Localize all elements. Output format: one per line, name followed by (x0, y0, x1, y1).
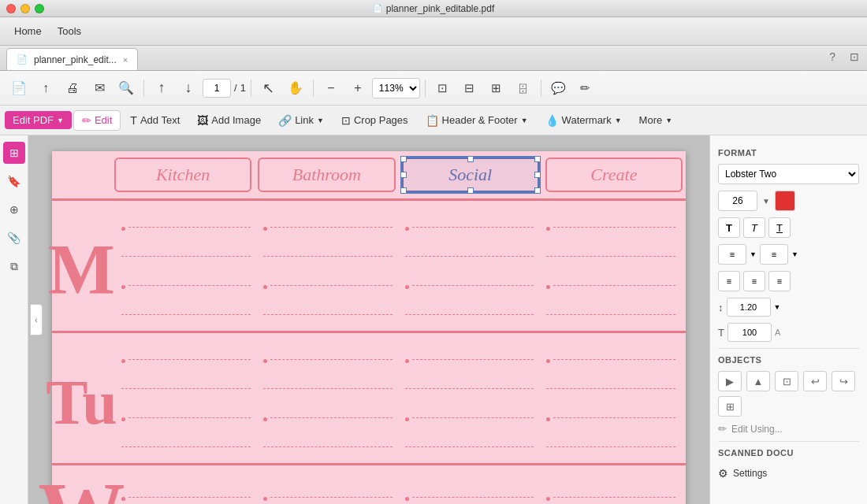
sidebar-icon-bookmarks[interactable]: 🔖 (3, 170, 25, 192)
category-create[interactable]: Create (545, 158, 683, 192)
active-tab[interactable]: 📄 planner_pink_edit... × (6, 48, 138, 70)
link-button[interactable]: 🔗 Link ▼ (270, 111, 332, 130)
handle-tl (400, 156, 407, 162)
align-left-button[interactable]: ≡ (718, 271, 740, 291)
undo-obj-button[interactable]: ↩ (803, 371, 827, 391)
dot (263, 497, 267, 501)
font-size-arrow-down[interactable]: ▼ (762, 197, 770, 206)
list-dropdown-icon[interactable]: ▼ (750, 250, 757, 265)
page-number-input[interactable] (203, 79, 231, 98)
num-list-dropdown-icon[interactable]: ▼ (791, 250, 798, 265)
crop-pages-button[interactable]: ⊡ Crop Pages (333, 111, 416, 130)
line-content (546, 447, 675, 447)
line-cell (115, 484, 257, 501)
line-spacing-input[interactable] (727, 298, 771, 317)
day-letter-w: W (52, 465, 111, 504)
settings-row[interactable]: ⚙ Settings (718, 464, 859, 483)
sidebar-toggle-button[interactable]: ⊡ (850, 50, 859, 63)
day-letter-tu: Tu (52, 333, 111, 463)
number-list-button[interactable]: ≡ (760, 244, 788, 265)
edit-button[interactable]: ✏ Edit (73, 110, 121, 131)
comment-button[interactable]: 💬 (546, 76, 571, 101)
line-cell (540, 213, 682, 231)
line-cell (115, 272, 257, 289)
handle-mr (534, 172, 541, 178)
category-bathroom[interactable]: Bathroom (258, 158, 395, 192)
prev-page-button[interactable]: ↑ (149, 76, 174, 101)
tools-tab[interactable]: Tools (50, 22, 89, 40)
right-panel: FORMAT Lobster Two ▼ T T T ≡ ▼ ≡ ▼ ≡ ≡ ≡… (709, 135, 867, 504)
fit-page-button[interactable]: ⊡ (430, 76, 456, 101)
header-icon: 📋 (426, 114, 439, 127)
line-cell (115, 346, 257, 363)
sidebar-icon-search[interactable]: ⊕ (3, 198, 25, 220)
scroll-left-arrow[interactable]: ‹ (30, 304, 43, 335)
home-tab[interactable]: Home (6, 22, 50, 40)
line-cell (257, 484, 399, 501)
email-button[interactable]: ✉ (87, 76, 112, 101)
sidebar-icon-layers[interactable]: ⧉ (3, 255, 25, 277)
watermark-button[interactable]: 💧 Watermark ▼ (538, 111, 630, 130)
underline-button[interactable]: T (768, 217, 791, 238)
dot (263, 285, 267, 289)
bold-button[interactable]: T (718, 217, 740, 238)
bullet-list-button[interactable]: ≡ (718, 244, 746, 265)
new-doc-button[interactable]: 📄 (6, 76, 32, 101)
dot (546, 497, 550, 501)
zoom-out-button[interactable]: − (318, 76, 344, 101)
char-spacing-input[interactable] (727, 323, 772, 342)
category-social[interactable]: Social (402, 158, 539, 192)
align-center-button[interactable]: ≡ (743, 271, 765, 291)
add-text-button[interactable]: T Add Text (122, 111, 188, 130)
edit-using-row[interactable]: ✏ Edit Using... (718, 423, 859, 435)
tab-close-button[interactable]: × (123, 55, 128, 65)
fit-width-button[interactable]: ⊟ (457, 76, 482, 101)
print-button[interactable]: 🖨 (60, 76, 85, 101)
add-image-button[interactable]: 🖼 Add Image (189, 111, 269, 130)
minimize-button[interactable] (20, 4, 30, 13)
line-content (270, 497, 393, 498)
redo-obj-button[interactable]: ↪ (832, 371, 855, 391)
line-row (111, 270, 686, 291)
help-button[interactable]: ? (829, 50, 835, 63)
sidebar-icon-pages[interactable]: ⊞ (3, 142, 25, 164)
zoom-select[interactable]: 113% (372, 78, 420, 98)
line-row (111, 402, 686, 423)
close-button[interactable] (6, 4, 16, 13)
sidebar-icon-attachments[interactable]: 📎 (3, 227, 25, 249)
tab-bar: 📄 planner_pink_edit... × ? ⊡ (0, 46, 867, 71)
line-content (270, 285, 393, 286)
edit-pdf-dropdown[interactable]: Edit PDF ▼ (5, 111, 72, 129)
objects-row: ▶ ▲ ⊡ ↩ ↪ ⊞ (718, 371, 859, 417)
line-cell (257, 243, 399, 260)
crop-obj-button[interactable]: ⊡ (775, 371, 798, 391)
align-right-button[interactable]: ≡ (768, 271, 791, 291)
line-content (121, 447, 251, 447)
fit-height-button[interactable]: ⊞ (484, 76, 509, 101)
day-letter-m: M (52, 201, 111, 331)
more-button[interactable]: More ▼ (631, 111, 681, 129)
italic-button[interactable]: T (743, 217, 765, 238)
pen-button[interactable]: ✏ (573, 76, 598, 101)
color-picker[interactable] (775, 191, 795, 211)
rotate-right-button[interactable]: ▶ (718, 371, 742, 391)
header-footer-button[interactable]: 📋 Header & Footer ▼ (418, 111, 536, 130)
dot (263, 227, 267, 231)
find-button[interactable]: 🔍 (113, 76, 139, 101)
hand-tool-button[interactable]: ✋ (283, 76, 308, 101)
arrange-button[interactable]: ⊞ (718, 396, 742, 417)
extract-button[interactable]: ⌹ (511, 76, 536, 101)
maximize-button[interactable] (35, 4, 44, 13)
font-name-select[interactable]: Lobster Two (718, 164, 859, 184)
flip-h-button[interactable]: ▲ (746, 371, 770, 391)
font-size-input[interactable] (718, 191, 757, 211)
next-page-button[interactable]: ↓ (176, 76, 201, 101)
zoom-in-button[interactable]: + (345, 76, 370, 101)
line-cell (399, 346, 541, 363)
category-kitchen[interactable]: Kitchen (114, 158, 251, 192)
line-cell (257, 301, 399, 318)
upload-button[interactable]: ↑ (33, 76, 58, 101)
line-content (270, 359, 393, 360)
cursor-tool-button[interactable]: ↖ (256, 76, 281, 101)
line-spacing-dropdown[interactable]: ▼ (774, 303, 781, 311)
